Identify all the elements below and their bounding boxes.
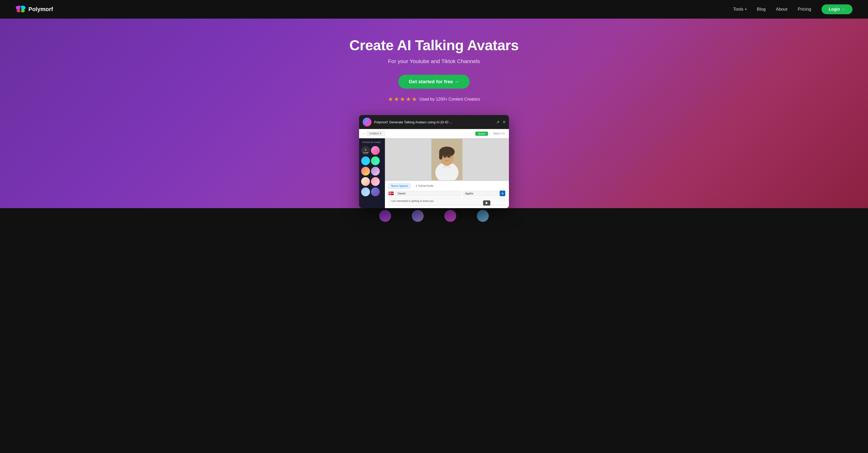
avatar-row-3	[361, 177, 383, 186]
voice-select[interactable]: Agathe	[463, 191, 498, 196]
menu-icon[interactable]: ≡	[503, 120, 505, 124]
upload-audio-tab[interactable]: ⬆ Upload Audio	[413, 183, 436, 189]
avatar-item[interactable]	[371, 188, 380, 196]
person-preview	[385, 138, 509, 181]
video-header-left: Polymorf: Generate Talking Avatars using…	[363, 118, 452, 126]
star-5: ★	[412, 96, 417, 103]
app-screenshot: ‹ Untitled ✕ Share Watch 1/1 Choose an A…	[359, 129, 509, 208]
avatar-row-create: + Create	[361, 146, 383, 155]
channel-logo-icon	[364, 119, 370, 125]
youtube-watermark: YouTube	[483, 200, 505, 205]
butterfly-icon	[16, 4, 26, 15]
avatar-item[interactable]	[371, 177, 380, 186]
star-rating: ★ ★ ★ ★ ★	[388, 96, 417, 103]
avatar-item[interactable]	[361, 157, 370, 165]
settings-icon: ⚙	[501, 192, 504, 195]
app-nav: ‹ Untitled ✕	[363, 131, 385, 136]
nav-pricing[interactable]: Pricing	[798, 7, 811, 12]
play-triangle-icon	[486, 202, 488, 204]
language-select-row: Danish Agathe ⚙	[389, 191, 505, 196]
social-proof: ★ ★ ★ ★ ★ Used by 1200+ Content Creators	[388, 96, 480, 103]
svg-point-4	[20, 7, 22, 12]
app-main: Choose an Avatar + Create	[359, 138, 509, 208]
avatar-row-4	[361, 188, 383, 196]
sidebar-label: Choose an Avatar	[361, 141, 380, 143]
app-tab-untitled[interactable]: Untitled ✕	[366, 131, 385, 136]
app-sidebar: Choose an Avatar + Create	[359, 138, 385, 208]
avatar-item[interactable]	[361, 177, 370, 186]
hero-section: Create AI Talking Avatars For your Youtu…	[0, 19, 868, 208]
danish-flag-icon	[389, 192, 394, 195]
star-4: ★	[406, 96, 411, 103]
video-header-right: ↗ ≡	[496, 120, 505, 124]
bottom-circle-4	[477, 210, 489, 222]
bottom-strip	[0, 208, 868, 224]
settings-button[interactable]: ⚙	[500, 191, 505, 196]
brand-name: Polymorf	[28, 6, 53, 13]
youtube-play-icon	[483, 200, 490, 205]
video-card: Polymorf: Generate Talking Avatars using…	[359, 115, 509, 208]
nav-blog[interactable]: Blog	[757, 7, 766, 12]
bottom-circle-1	[379, 210, 391, 222]
avatar-item[interactable]	[361, 188, 370, 196]
svg-point-13	[444, 155, 446, 158]
avatar-row-1	[361, 157, 383, 165]
get-started-button[interactable]: Get started for free →	[398, 75, 469, 89]
app-topbar: ‹ Untitled ✕ Share Watch 1/1	[359, 129, 509, 138]
star-3: ★	[400, 96, 405, 103]
avatar-item[interactable]	[361, 167, 370, 175]
chevron-down-icon: ▾	[745, 7, 747, 11]
back-arrow-icon[interactable]: ‹	[363, 132, 364, 136]
video-title: Polymorf: Generate Talking Avatars using…	[374, 120, 452, 124]
bottom-circle-3	[444, 210, 456, 222]
create-avatar-button[interactable]: + Create	[361, 146, 370, 155]
star-1: ★	[388, 96, 393, 103]
avatar-item[interactable]	[371, 167, 380, 175]
logo[interactable]: Polymorf	[16, 4, 53, 15]
star-2: ★	[394, 96, 399, 103]
svg-point-14	[448, 155, 450, 158]
nav-about[interactable]: About	[776, 7, 787, 12]
share-button[interactable]: Share	[475, 132, 488, 136]
nav-tools[interactable]: Tools ▾	[733, 7, 747, 12]
navbar: Polymorf Tools ▾ Blog About Pricing Logi…	[0, 0, 868, 19]
text-to-speech-tab[interactable]: Text to Speech	[389, 183, 410, 189]
svg-point-7	[366, 121, 368, 123]
language-select[interactable]: Danish	[395, 191, 461, 196]
hero-subtitle: For your Youtube and Tiktok Channels	[388, 58, 480, 64]
share-icon[interactable]: ↗	[496, 120, 499, 124]
bottom-circle-2	[412, 210, 424, 222]
social-proof-text: Used by 1200+ Content Creators	[420, 97, 480, 102]
app-content-area: Text to Speech ⬆ Upload Audio Danish	[385, 138, 509, 208]
video-header: Polymorf: Generate Talking Avatars using…	[359, 115, 509, 129]
avatar-item[interactable]	[371, 157, 380, 165]
channel-icon	[363, 118, 371, 126]
login-button[interactable]: Login →	[822, 4, 852, 14]
nav-links: Tools ▾ Blog About Pricing Login →	[733, 4, 852, 14]
app-tabs-row: Text to Speech ⬆ Upload Audio	[389, 183, 505, 189]
youtube-label: YouTube	[491, 201, 505, 205]
svg-rect-12	[439, 152, 442, 160]
watch-count: Watch 1/1	[493, 132, 505, 135]
avatar-item[interactable]	[371, 146, 380, 155]
person-figure	[431, 139, 462, 180]
avatar-row-2	[361, 167, 383, 175]
hero-title: Create AI Talking Avatars	[349, 37, 519, 54]
